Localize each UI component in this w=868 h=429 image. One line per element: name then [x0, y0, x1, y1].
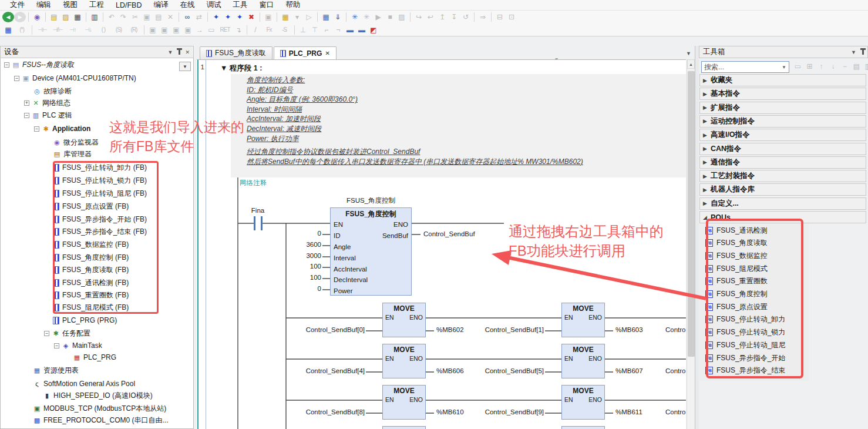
search-dropdown-icon[interactable]: ▼ — [782, 65, 786, 70]
tree-item-maintask[interactable]: −◈MainTask — [54, 340, 102, 351]
ld-add-input-button[interactable]: ✦ — [222, 11, 234, 23]
toolbox-section-8[interactable]: ▶机器人指令库 — [699, 183, 866, 196]
display-mode-2-button[interactable]: ⊡ — [506, 11, 517, 23]
move-input-variable[interactable]: Control_SendBuf[1] — [464, 326, 544, 333]
tree-item-watch[interactable]: ◉微分监视器 — [44, 136, 99, 148]
tree-item-fb-8[interactable]: FSUS_停止转动_卸力 (FB) — [44, 162, 147, 173]
build-button[interactable]: ▦ — [320, 11, 332, 23]
move-input-variable[interactable]: Control_SendBuf[9] — [464, 408, 544, 415]
paste-doc-button[interactable]: ▤ — [852, 61, 862, 72]
ld-pointer-button[interactable]: ✦ — [210, 11, 222, 23]
move-output-address[interactable]: %MB603 — [615, 326, 653, 333]
stop-button[interactable]: ■ — [384, 11, 396, 23]
move-input-variable[interactable]: Control_SendBuf[8] — [285, 408, 365, 415]
move-block[interactable]: MOVEENENO — [382, 303, 426, 337]
pou-item-10[interactable]: FBFSUS_异步指令_开始 — [705, 352, 785, 364]
tree-item-fb-19[interactable]: FSUS_阻尼模式 (FB) — [44, 301, 129, 313]
reset-coil-button[interactable]: (R) — [126, 24, 142, 36]
move-input-variable-clipped[interactable]: Control_S — [665, 326, 686, 333]
undo-button[interactable]: ↶ — [106, 11, 117, 23]
insert-return-button[interactable]: RET — [217, 24, 233, 36]
coil-button[interactable]: ( ) — [96, 24, 111, 36]
collapse-expander-icon[interactable]: − — [54, 343, 59, 348]
tree-item-hsio[interactable]: ▮HIGH_SPEED_IO (高速IO模块) — [34, 390, 153, 401]
tree-item-task[interactable]: −✱任务配置 — [44, 327, 90, 339]
set-coil-button[interactable]: (S) — [111, 24, 126, 36]
tree-item-axis[interactable]: ςSoftMotion General Axis Pool — [24, 378, 135, 390]
redo-button[interactable]: ↷ — [117, 11, 129, 23]
edge-detection-button[interactable]: Fx — [261, 24, 277, 36]
move-input-variable[interactable]: Control_SendBuf[0] — [285, 326, 365, 333]
fb-output-variable[interactable]: Control_SendBuf — [423, 230, 475, 237]
fb-input-value[interactable]: 3600 — [274, 241, 321, 248]
grid-button[interactable]: ▦ — [280, 11, 291, 23]
tree-item-net[interactable]: +✕网络组态 — [24, 97, 70, 109]
new-folder-button[interactable]: ⊞ — [805, 61, 815, 72]
tree-item-fb-13[interactable]: FSUS_异步指令_结束 (FB) — [44, 226, 147, 237]
tree-item-fb-15[interactable]: FSUS_角度控制 (FB) — [44, 252, 129, 263]
pou-item-9[interactable]: FBFSUS_停止转动_阻尼 — [705, 339, 785, 351]
tree-item-proj[interactable]: −▤FSUS--角度读取 — [4, 59, 74, 71]
tree-item-proto[interactable]: ▩FREE_PROTOCOL_COM0 (串口自由... — [24, 414, 168, 426]
tab-close-icon[interactable]: ✕ — [325, 50, 329, 56]
contact-button[interactable]: ⊣⊢ — [35, 24, 50, 36]
tree-item-fb-12[interactable]: FSUS_异步指令_开始 (FB) — [44, 213, 147, 225]
run-button[interactable]: ▶ — [372, 11, 384, 23]
insert-operator-box-button[interactable]: ▣ — [182, 24, 194, 36]
branch-close-button[interactable]: ¬ — [332, 24, 344, 36]
contact-variable-label[interactable]: Fina — [244, 207, 272, 214]
fb-input-value[interactable]: 0 — [274, 230, 321, 237]
menu-item-7[interactable]: 调试 — [201, 0, 226, 11]
new-network-button[interactable]: ▦ — [2, 24, 14, 36]
pou-item-3[interactable]: FBFSUS_阻尼模式 — [705, 263, 768, 274]
devices-dropdown-icon[interactable]: ▼ — [168, 49, 173, 55]
breakpoint-view-button[interactable]: ◩ — [368, 24, 379, 36]
toolbox-section-7[interactable]: ▶工艺封装指令 — [699, 170, 866, 182]
login-button[interactable]: ✳ — [349, 11, 361, 23]
tree-item-fb-14[interactable]: FSUS_数据监控 (FB) — [44, 239, 129, 250]
rising-edge-contact-button[interactable]: ⊣↑ — [65, 24, 80, 36]
scrollbar-thumb[interactable] — [688, 71, 695, 357]
tree-item-lib[interactable]: ▤库管理器 — [44, 148, 92, 160]
collapse-expander-icon[interactable]: − — [34, 126, 39, 132]
toolbox-section-5[interactable]: ▶CAN指令 — [699, 143, 866, 155]
comment-button[interactable]: (*) — [14, 24, 29, 36]
pou-item-7[interactable]: FBFSUS_停止转动_卸力 — [705, 314, 785, 326]
tab-list-dropdown-icon[interactable]: ▼ — [686, 51, 691, 56]
fb-block-fsus-angle-control[interactable]: FSUS_角度控制ENENOIDSendBufAngleIntervalAccI… — [330, 207, 412, 296]
menu-item-10[interactable]: 帮助 — [280, 0, 305, 11]
trace-monitor-button[interactable]: ◉ — [31, 11, 43, 23]
move-input-variable[interactable]: Control_SendBuf[5] — [464, 367, 544, 374]
tree-item-device[interactable]: −▣Device (AM401-CPU1608TP/TN) — [14, 72, 136, 84]
fb-input-value[interactable]: 0 — [274, 285, 321, 292]
collapse-expander-icon[interactable]: − — [4, 62, 9, 68]
collapse-expander-icon[interactable]: − — [44, 331, 49, 336]
fb-instance-title[interactable]: FSUS_角度控制 — [330, 196, 412, 205]
fb-input-value[interactable]: 100 — [274, 274, 321, 281]
menu-item-3[interactable]: 工程 — [84, 0, 109, 11]
contact-bar-icon[interactable] — [254, 216, 255, 230]
expand-expander-icon[interactable]: + — [24, 100, 29, 106]
menu-item-5[interactable]: 编译 — [148, 0, 173, 11]
menu-item-8[interactable]: 工具 — [227, 0, 253, 11]
folder-button[interactable]: ▭ — [793, 61, 803, 72]
move-block[interactable]: MOVEENENO — [561, 344, 605, 378]
online-edit-button[interactable]: ▨ — [396, 11, 408, 23]
ld-delete-button[interactable]: ✖ — [245, 11, 257, 23]
new-file-button[interactable]: ▤ — [48, 11, 60, 23]
print-button[interactable]: ▥ — [89, 11, 100, 23]
toolbox-section-9[interactable]: ▶自定义... — [699, 197, 866, 210]
view-panel-2-button[interactable]: ▬ — [356, 24, 368, 36]
toolbox-section-0[interactable]: ▶收藏夹 — [699, 74, 866, 86]
tree-item-fb-11[interactable]: FSUS_原点设置 (FB) — [44, 200, 129, 212]
duplicate-button[interactable]: ▣ — [263, 11, 274, 23]
tree-item-modbus[interactable]: ▣MODBUS_TCP (ModbusTCP本地从站) — [24, 403, 166, 414]
back-button[interactable]: ◀ — [2, 12, 14, 22]
step-over-button[interactable]: ↪ — [413, 11, 425, 23]
devices-close-icon[interactable]: ✕ — [185, 49, 190, 55]
set-reset-button[interactable]: -S — [277, 24, 292, 36]
tree-item-fb-20[interactable]: PLC_PRG (PRG) — [44, 314, 117, 326]
pou-item-2[interactable]: FBFSUS_数据监控 — [705, 250, 768, 262]
editor-vertical-scrollbar[interactable]: ▲ — [687, 59, 695, 429]
remove-button[interactable]: − — [840, 61, 850, 72]
